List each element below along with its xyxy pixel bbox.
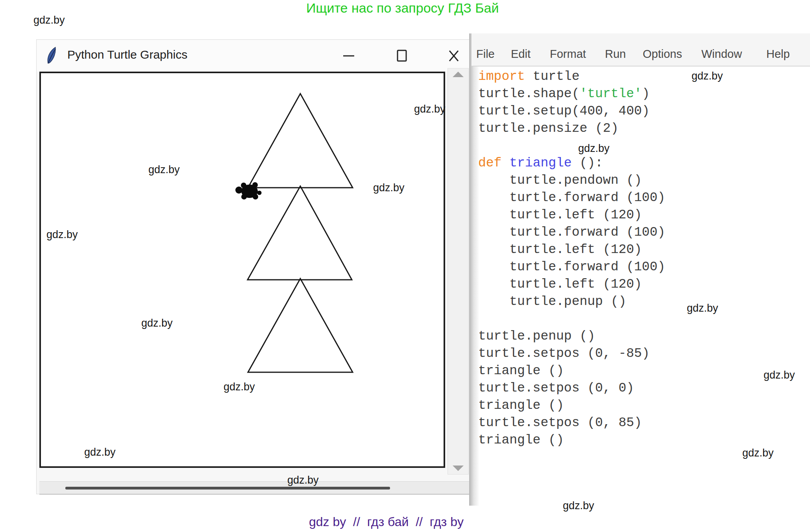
watermark: gdz.by — [414, 103, 446, 115]
code-line[interactable]: turtle.forward (100) — [478, 259, 665, 276]
vertical-scrollbar[interactable] — [448, 68, 469, 475]
code-line[interactable]: turtle.setpos (0, 85) — [478, 414, 665, 432]
code-line[interactable]: turtle.forward (100) — [478, 189, 665, 207]
code-line[interactable]: triangle () — [478, 397, 665, 414]
menu-edit[interactable]: Edit — [511, 48, 531, 61]
code-line[interactable]: triangle () — [478, 362, 665, 380]
menu-options[interactable]: Options — [643, 48, 682, 61]
watermark: gdz.by — [578, 142, 610, 155]
close-button[interactable] — [447, 49, 460, 63]
code-line[interactable]: turtle.penup () — [478, 293, 665, 310]
menu-run[interactable]: Run — [605, 48, 626, 61]
code-line[interactable]: triangle () — [478, 432, 665, 449]
minimize-button[interactable] — [342, 49, 355, 63]
drawn-triangle — [248, 186, 352, 280]
code-editor-window: File Edit Format Run Options Window Help… — [472, 33, 810, 506]
scroll-up-arrow-icon[interactable] — [453, 72, 464, 77]
menu-file[interactable]: File — [476, 48, 495, 61]
menu-help[interactable]: Help — [766, 48, 790, 61]
page: Ищите нас по запросу ГДЗ Бай gdz.bygdz.b… — [0, 0, 810, 532]
code-line[interactable]: turtle.setpos (0, 0) — [478, 380, 665, 397]
code-line[interactable] — [478, 310, 665, 328]
watermark: gdz.by — [742, 447, 774, 459]
code-line[interactable]: import turtle — [478, 68, 665, 85]
watermark: gdz.by — [46, 229, 78, 241]
code-line[interactable]: turtle.setup(400, 400) — [478, 103, 665, 120]
footer-text: gdz by // гдз бай // гдз by — [309, 515, 464, 529]
watermark: gdz.by — [563, 500, 594, 512]
turtle-cursor — [235, 182, 262, 200]
scroll-down-arrow-icon[interactable] — [453, 466, 464, 471]
watermark: gdz.by — [692, 70, 723, 82]
code-line[interactable]: turtle.penup () — [478, 328, 665, 345]
watermark: gdz.by — [287, 474, 319, 486]
watermark: gdz.by — [141, 317, 173, 329]
watermark: gdz.by — [764, 369, 795, 381]
menu-window[interactable]: Window — [701, 48, 742, 61]
code-line[interactable]: turtle.shape('turtle') — [478, 85, 665, 103]
watermark: gdz.by — [84, 446, 116, 458]
code-line[interactable]: turtle.setpos (0, -85) — [478, 345, 665, 362]
code-line[interactable]: def triangle (): — [478, 155, 665, 172]
watermark: gdz.by — [687, 302, 718, 314]
horizontal-scrollbar[interactable] — [39, 481, 469, 495]
turtle-graphics-window: Python Turtle Graphics — [36, 39, 471, 494]
code-line[interactable]: turtle.left (120) — [478, 276, 665, 293]
watermark: gdz.by — [148, 164, 180, 176]
code-line[interactable]: turtle.pensize (2) — [478, 120, 665, 137]
code-line[interactable]: turtle.left (120) — [478, 241, 665, 259]
editor-menubar: File Edit Format Run Options Window Help — [472, 33, 810, 66]
window-titlebar[interactable]: Python Turtle Graphics — [37, 40, 470, 72]
watermark: gdz.by — [224, 381, 255, 393]
maximize-button[interactable] — [395, 49, 409, 63]
watermark: gdz.by — [373, 182, 405, 194]
drawn-triangle — [248, 94, 353, 188]
promo-title: Ищите нас по запросу ГДЗ Бай — [306, 0, 499, 16]
code-line[interactable]: turtle.forward (100) — [478, 224, 665, 241]
watermark: gdz.by — [33, 14, 65, 26]
code-area[interactable]: import turtleturtle.shape('turtle')turtl… — [478, 68, 665, 449]
code-line[interactable]: turtle.left (120) — [478, 207, 665, 224]
code-line[interactable]: turtle.pendown () — [478, 172, 665, 189]
code-line[interactable] — [478, 137, 665, 155]
python-feather-icon — [45, 47, 59, 64]
menu-format[interactable]: Format — [550, 48, 586, 61]
window-title: Python Turtle Graphics — [67, 40, 187, 72]
drawn-triangle — [248, 279, 353, 372]
turtle-canvas — [39, 72, 445, 468]
horizontal-scrollbar-thumb[interactable] — [65, 487, 390, 490]
